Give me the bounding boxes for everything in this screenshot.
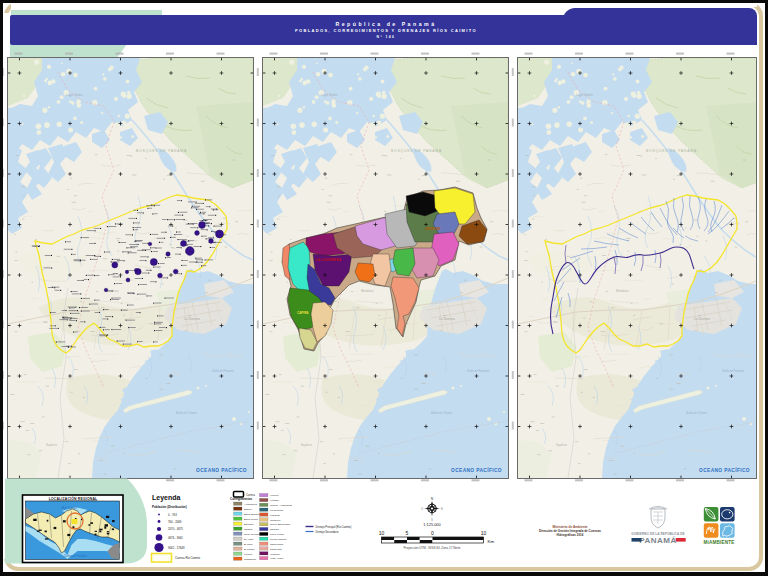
svg-text:Proyección UTM - WGS 84, Zona: Proyección UTM - WGS 84, Zona 17 Norte [403, 546, 460, 550]
svg-text:N: N [431, 497, 434, 501]
svg-text:El Arado: El Arado [244, 538, 254, 541]
svg-text:Feuillet: Feuillet [244, 553, 252, 556]
svg-text:LOCALIZACIÓN REGIONAL: LOCALIZACIÓN REGIONAL [49, 496, 98, 501]
svg-text:Vista Alegre: Vista Alegre [270, 557, 284, 560]
svg-text:Drenaje Principal (Río Caimito: Drenaje Principal (Río Caimito) [316, 525, 352, 529]
svg-text:Guadalupe: Guadalupe [244, 558, 257, 561]
svg-text:Ministerio de Ambiente: Ministerio de Ambiente [553, 525, 588, 529]
svg-text:Los Díaz: Los Díaz [270, 514, 281, 517]
svg-text:Santa Rita: Santa Rita [270, 548, 282, 551]
svg-text:764 - 2069: 764 - 2069 [168, 520, 182, 524]
svg-text:Población (Distribución): Población (Distribución) [152, 505, 187, 509]
svg-text:Bejuco: Bejuco [244, 508, 252, 511]
svg-text:Bermeja: Bermeja [244, 523, 254, 526]
svg-text:0: 0 [431, 530, 434, 536]
svg-text:O: O [421, 507, 424, 511]
svg-text:Herrera: Herrera [270, 494, 279, 497]
svg-text:Cerro Silvestre: Cerro Silvestre [244, 533, 261, 536]
svg-text:5: 5 [406, 530, 409, 536]
svg-text:Puerto Caimito: Puerto Caimito [270, 538, 287, 541]
svg-text:Obaldía: Obaldía [270, 528, 279, 531]
svg-text:E: E [441, 507, 443, 511]
svg-text:El Líbano: El Líbano [244, 548, 255, 551]
svg-text:MiAMBIENTE: MiAMBIENTE [704, 540, 735, 545]
svg-text:Mendoza: Mendoza [270, 519, 281, 522]
svg-text:Arosemena: Arosemena [244, 503, 257, 506]
svg-text:Hidrográficas 2016: Hidrográficas 2016 [557, 533, 584, 537]
svg-text:El Coco: El Coco [244, 543, 253, 546]
svg-text:La Represa: La Represa [270, 509, 284, 512]
svg-text:Barrio Balboa: Barrio Balboa [244, 513, 260, 516]
svg-text:2070 - 4675: 2070 - 4675 [168, 527, 183, 531]
svg-text:Playa Leona: Playa Leona [270, 533, 285, 536]
svg-text:1:125.000: 1:125.000 [423, 522, 441, 527]
svg-text:Drenaje Secundario: Drenaje Secundario [316, 530, 339, 534]
svg-text:Barrio Colón: Barrio Colón [244, 518, 259, 521]
svg-text:Juan D. Arosemena: Juan D. Arosemena [270, 504, 293, 507]
svg-text:Caimito: Caimito [244, 528, 253, 531]
svg-text:Santa Clara: Santa Clara [270, 543, 284, 546]
svg-text:10: 10 [379, 530, 385, 536]
svg-text:Océano Pacífico: Océano Pacífico [64, 554, 88, 558]
svg-text:9062 - 17648: 9062 - 17648 [168, 546, 185, 550]
svg-text:Km: Km [488, 539, 495, 544]
svg-text:4676 - 9061: 4676 - 9061 [168, 536, 183, 540]
svg-text:Cuenca Río Caimito: Cuenca Río Caimito [175, 556, 200, 560]
svg-text:PANAMÁ: PANAMÁ [639, 536, 677, 545]
svg-text:Leyenda: Leyenda [152, 494, 181, 502]
svg-text:Cuenca: Cuenca [246, 493, 255, 497]
svg-text:10: 10 [481, 530, 487, 536]
svg-text:Hurtado: Hurtado [270, 499, 280, 502]
svg-text:Mar Caribe: Mar Caribe [62, 506, 78, 510]
svg-text:0 - 763: 0 - 763 [168, 513, 177, 517]
svg-text:Nuevo Emperador: Nuevo Emperador [270, 523, 290, 526]
svg-text:Veracruz: Veracruz [270, 553, 281, 556]
svg-text:Corregimientos: Corregimientos [230, 497, 253, 501]
